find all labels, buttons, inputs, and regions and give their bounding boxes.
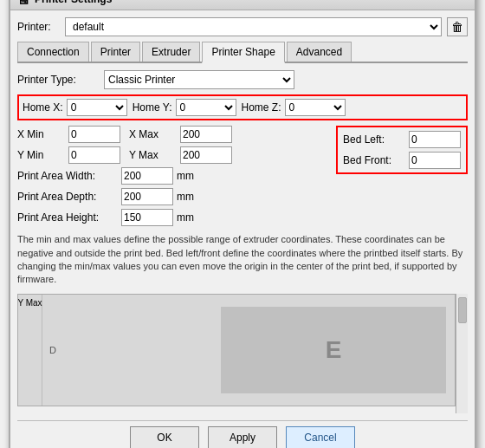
- home-x-item: Home X: 0: [23, 99, 127, 116]
- dialog-title: Printer Settings: [35, 0, 112, 5]
- y-min-input[interactable]: [68, 146, 120, 164]
- y-max-label: Y Max: [129, 149, 177, 161]
- bed-left-label: Bed Left:: [343, 133, 404, 146]
- home-row: Home X: 0 Home Y: 0 Home Z: 0: [17, 94, 468, 120]
- printer-select[interactable]: default: [65, 17, 442, 36]
- bottom-buttons: OK Apply Cancel: [17, 420, 468, 448]
- x-min-input[interactable]: [68, 126, 120, 143]
- bed-front-row: Bed Front:: [343, 152, 461, 169]
- home-x-label: Home X:: [23, 101, 63, 114]
- title-bar: 🖨 Printer Settings: [10, 0, 475, 10]
- area-width-row: Print Area Width: mm: [17, 167, 327, 185]
- canvas-wrapper: Y Max D E: [17, 294, 468, 413]
- home-z-item: Home Z: 0: [242, 99, 346, 116]
- ok-button[interactable]: OK: [130, 426, 199, 448]
- tab-printer-shape[interactable]: Printer Shape: [202, 42, 284, 63]
- delete-printer-button[interactable]: 🗑: [447, 17, 468, 36]
- canvas-inner: D E: [42, 295, 455, 406]
- area-width-unit: mm: [177, 170, 194, 182]
- printer-type-label: Printer Type:: [17, 74, 104, 86]
- tab-connection[interactable]: Connection: [17, 42, 89, 62]
- x-max-label: X Max: [129, 128, 177, 140]
- tabs-container: Connection Printer Extruder Printer Shap…: [17, 42, 468, 63]
- printer-row: Printer: default 🗑: [17, 17, 468, 36]
- dialog-body: Printer: default 🗑 Connection Printer Ex…: [10, 10, 475, 448]
- description-text: The min and max values define the possib…: [17, 233, 468, 287]
- x-min-label: X Min: [17, 128, 65, 140]
- bed-section: Bed Left: Bed Front:: [336, 126, 468, 174]
- printer-settings-dialog: 🖨 Printer Settings Printer: default 🗑 Co…: [9, 0, 476, 448]
- area-height-unit: mm: [177, 211, 194, 224]
- area-depth-row: Print Area Depth: mm: [17, 188, 327, 205]
- max-col: X Max Y Max: [129, 126, 232, 164]
- home-z-label: Home Z:: [242, 101, 281, 114]
- x-max-row: X Max: [129, 126, 232, 143]
- printer-type-select[interactable]: Classic Printer: [104, 70, 294, 89]
- area-height-row: Print Area Height: mm: [17, 209, 327, 226]
- apply-button[interactable]: Apply: [208, 426, 277, 448]
- middle-section: X Min Y Min X Max: [17, 126, 468, 230]
- area-height-input[interactable]: [121, 209, 173, 226]
- scrollbar[interactable]: [456, 294, 468, 413]
- cancel-button[interactable]: Cancel: [286, 426, 355, 448]
- home-y-label: Home Y:: [133, 101, 172, 114]
- area-width-input[interactable]: [121, 167, 173, 185]
- bed-left-row: Bed Left:: [343, 131, 461, 148]
- e-label: E: [326, 336, 342, 364]
- y-min-label: Y Min: [17, 149, 65, 161]
- home-y-item: Home Y: 0: [133, 99, 236, 116]
- canvas-bed: E: [221, 307, 446, 393]
- area-depth-label: Print Area Depth:: [17, 191, 121, 203]
- x-min-row: X Min: [17, 126, 120, 143]
- area-height-label: Print Area Height:: [17, 211, 121, 224]
- printer-icon: 🖨: [17, 0, 29, 6]
- printer-label: Printer:: [17, 21, 65, 33]
- min-col: X Min Y Min: [17, 126, 120, 164]
- canvas-area: Y Max D E: [17, 294, 456, 406]
- y-min-row: Y Min: [17, 146, 120, 164]
- d-label: D: [49, 345, 56, 355]
- home-z-select[interactable]: 0: [285, 99, 346, 116]
- area-width-label: Print Area Width:: [17, 170, 121, 182]
- bed-left-input[interactable]: [409, 131, 461, 148]
- area-depth-input[interactable]: [121, 188, 173, 205]
- tab-printer[interactable]: Printer: [91, 42, 140, 62]
- min-max-section: X Min Y Min X Max: [17, 126, 327, 164]
- home-x-select[interactable]: 0: [67, 99, 127, 116]
- y-max-input[interactable]: [180, 146, 232, 164]
- y-axis: Y Max: [18, 295, 42, 406]
- y-max-label: Y Max: [17, 298, 42, 308]
- printer-type-row: Printer Type: Classic Printer: [17, 70, 468, 89]
- area-depth-unit: mm: [177, 191, 194, 203]
- home-y-select[interactable]: 0: [176, 99, 236, 116]
- bed-front-input[interactable]: [409, 152, 461, 169]
- bed-front-label: Bed Front:: [343, 154, 404, 166]
- y-max-row: Y Max: [129, 146, 232, 164]
- tab-extruder[interactable]: Extruder: [142, 42, 200, 62]
- left-section: X Min Y Min X Max: [17, 126, 327, 230]
- scrollbar-thumb[interactable]: [458, 297, 467, 323]
- x-max-input[interactable]: [180, 126, 232, 143]
- tab-advanced[interactable]: Advanced: [287, 42, 352, 62]
